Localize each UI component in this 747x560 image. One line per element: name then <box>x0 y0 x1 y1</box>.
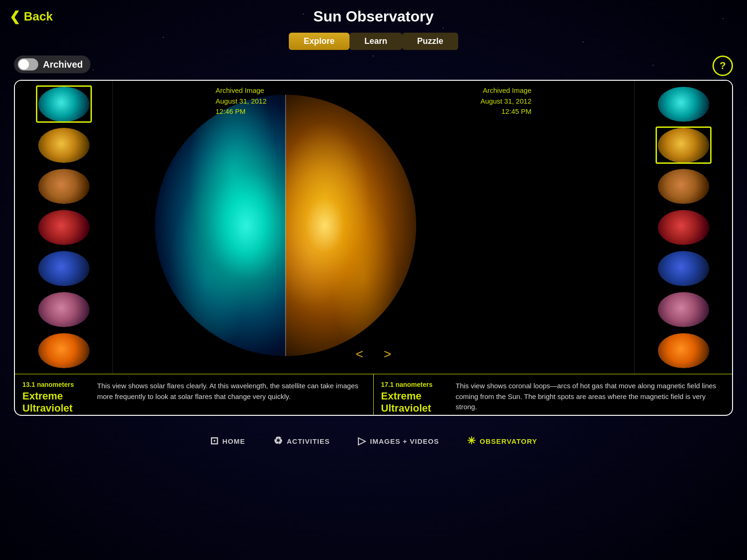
tab-explore[interactable]: Explore <box>289 33 349 50</box>
right-wave-type: Extreme Ultraviolet <box>381 390 441 415</box>
nav-label-observatory: OBSERVATORY <box>480 437 538 445</box>
right-info-time: 12:45 PM <box>481 106 531 117</box>
right-image-info: Archived Image August 31, 2012 12:45 PM <box>481 85 531 117</box>
page-title: Sun Observatory <box>314 8 434 25</box>
nav-label-activities: ACTIVITIES <box>287 437 330 445</box>
archived-toggle-container[interactable]: Archived <box>14 56 91 73</box>
back-label: Back <box>24 9 53 24</box>
main-viewer: Archived Image August 31, 2012 12:46 PM … <box>14 80 733 416</box>
nav-label-home: HOME <box>223 437 245 445</box>
left-wave-type: Extreme Ultraviolet <box>22 390 82 415</box>
activities-icon: ♻ <box>273 435 283 447</box>
tab-puzzle[interactable]: Puzzle <box>402 33 458 50</box>
nav-arrow-right[interactable]: > <box>377 344 398 364</box>
left-thumb-7[interactable] <box>36 332 92 369</box>
right-wave-line2: Ultraviolet <box>381 402 432 414</box>
right-info-title: Archived Image <box>481 85 531 96</box>
right-description: This view shows coronal loops—arcs of ho… <box>448 374 733 416</box>
right-thumbnail-strip <box>634 81 732 374</box>
images-videos-icon: ▷ <box>358 435 366 447</box>
tab-learn[interactable]: Learn <box>349 33 402 50</box>
nav-item-observatory[interactable]: ✳ OBSERVATORY <box>467 435 538 447</box>
right-nanometers: 17.1 nanometers <box>381 381 441 388</box>
nav-label-images-videos: IMAGES + VIDEOS <box>370 437 439 445</box>
bottom-navigation: ⊡ HOME ♻ ACTIVITIES ▷ IMAGES + VIDEOS ✳ … <box>0 422 747 460</box>
left-info-time: 12:46 PM <box>216 106 266 117</box>
right-thumb-6[interactable] <box>656 291 712 328</box>
left-info-title: Archived Image <box>216 85 266 96</box>
viewer-area: Archived Image August 31, 2012 12:46 PM … <box>15 81 732 374</box>
nav-item-activities[interactable]: ♻ ACTIVITIES <box>273 435 330 447</box>
right-thumb-7[interactable] <box>656 332 712 369</box>
left-description: This view shows solar flares clearly. At… <box>90 374 373 416</box>
left-thumb-6[interactable] <box>36 291 92 328</box>
left-thumb-2[interactable] <box>36 126 92 164</box>
right-thumb-3[interactable] <box>656 168 712 205</box>
left-thumb-1[interactable] <box>36 85 92 123</box>
right-wave-line1: Extreme <box>381 390 422 402</box>
archived-toggle-switch[interactable] <box>18 58 38 70</box>
archived-label: Archived <box>43 59 83 70</box>
observatory-icon: ✳ <box>467 435 476 447</box>
bottom-left-panel: 13.1 nanometers Extreme Ultraviolet This… <box>15 374 374 416</box>
sun-divider <box>286 95 286 356</box>
left-wave-line2: Ultraviolet <box>22 402 73 414</box>
nav-arrows: < > <box>349 344 398 364</box>
nav-arrow-left[interactable]: < <box>349 344 370 364</box>
nav-item-home[interactable]: ⊡ HOME <box>210 435 245 447</box>
left-nanometers: 13.1 nanometers <box>22 381 82 388</box>
sun-viewer: Archived Image August 31, 2012 12:46 PM … <box>113 81 634 374</box>
sun-image <box>155 95 416 356</box>
back-chevron-icon: ❮ <box>9 9 20 24</box>
tab-navigation: Explore Learn Puzzle <box>0 33 747 50</box>
bottom-right-panel: 17.1 nanometers Extreme Ultraviolet This… <box>374 374 733 416</box>
home-icon: ⊡ <box>210 435 219 447</box>
left-thumb-5[interactable] <box>36 250 92 287</box>
right-thumb-1[interactable] <box>656 85 712 123</box>
left-thumb-4[interactable] <box>36 209 92 246</box>
left-image-info: Archived Image August 31, 2012 12:46 PM <box>216 85 266 117</box>
left-thumb-3[interactable] <box>36 168 92 205</box>
left-info-date: August 31, 2012 <box>216 96 266 107</box>
right-thumb-5[interactable] <box>656 250 712 287</box>
bottom-info-bar: 13.1 nanometers Extreme Ultraviolet This… <box>15 374 732 416</box>
archived-bar: Archived <box>0 56 105 73</box>
left-wave-line1: Extreme <box>22 390 63 402</box>
nav-item-images-videos[interactable]: ▷ IMAGES + VIDEOS <box>358 435 439 447</box>
help-button[interactable]: ? <box>712 56 733 76</box>
right-info-date: August 31, 2012 <box>481 96 531 107</box>
back-button[interactable]: ❮ Back <box>9 9 53 24</box>
right-wavelength-info: 17.1 nanometers Extreme Ultraviolet <box>374 374 448 416</box>
left-wavelength-info: 13.1 nanometers Extreme Ultraviolet <box>15 374 90 416</box>
sun-left-half <box>155 95 286 356</box>
right-thumb-2[interactable] <box>656 126 712 164</box>
sun-right-half <box>286 95 416 356</box>
left-thumbnail-strip <box>15 81 113 374</box>
right-thumb-4[interactable] <box>656 209 712 246</box>
